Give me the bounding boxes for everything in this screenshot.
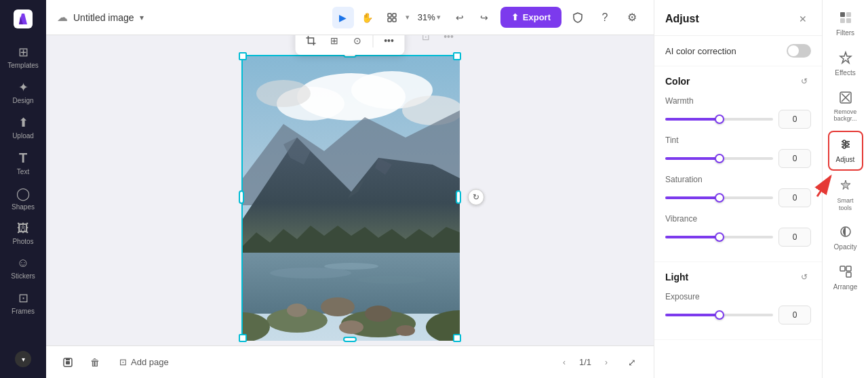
saturation-slider-row: Saturation 0 bbox=[665, 175, 811, 207]
tint-control: 0 bbox=[665, 149, 811, 168]
saturation-track[interactable] bbox=[665, 196, 773, 199]
light-reset-button[interactable]: ↺ bbox=[797, 270, 811, 284]
sidebar-item-photos[interactable]: 🖼 Photos bbox=[5, 217, 41, 249]
vibrance-control: 0 bbox=[665, 228, 811, 247]
crop-button[interactable] bbox=[301, 35, 321, 51]
warmth-value[interactable]: 0 bbox=[778, 110, 811, 129]
color-reset-button[interactable]: ↺ bbox=[797, 75, 811, 88]
zoom-level: 31% bbox=[418, 12, 435, 22]
save-to-drive-button[interactable] bbox=[57, 352, 79, 373]
color-section: Color ↺ Warmth 0 Tint bbox=[654, 66, 822, 262]
exposure-track[interactable] bbox=[665, 314, 773, 316]
shapes-icon: ◯ bbox=[16, 186, 30, 201]
opacity-panel-button[interactable]: Opacity bbox=[828, 219, 863, 257]
select-tool-button[interactable]: ▶ bbox=[332, 7, 354, 28]
svg-point-41 bbox=[843, 140, 846, 143]
handle-middle-left[interactable] bbox=[239, 190, 244, 204]
arrange-icon bbox=[839, 265, 852, 281]
exposure-label: Exposure bbox=[665, 292, 811, 301]
selected-image[interactable]: ↻ bbox=[241, 55, 458, 339]
handle-bottom-right[interactable] bbox=[453, 334, 461, 342]
sidebar-item-photos-label: Photos bbox=[12, 238, 33, 245]
vibrance-track[interactable] bbox=[665, 236, 773, 238]
smart-tools-icon bbox=[839, 179, 852, 195]
page-navigation: ‹ 1/1 › bbox=[555, 353, 616, 372]
light-section: Light ↺ Exposure 0 bbox=[654, 262, 822, 340]
effects-panel-button[interactable]: Effects bbox=[828, 45, 863, 83]
sidebar-item-upload[interactable]: ⬆ Upload bbox=[5, 111, 41, 144]
adjust-header: Adjust ✕ bbox=[654, 0, 822, 36]
handle-middle-right[interactable] bbox=[456, 190, 461, 204]
sidebar-collapse-button[interactable]: ▾ bbox=[15, 351, 31, 367]
vibrance-slider-row: Vibrance 0 bbox=[665, 214, 811, 247]
right-icons-panel: Filters Effects Remove backgr... bbox=[822, 0, 868, 378]
grid-button[interactable]: ⊞ bbox=[324, 35, 344, 51]
exposure-value[interactable]: 0 bbox=[778, 306, 811, 324]
adjust-close-button[interactable]: ✕ bbox=[795, 11, 811, 27]
sidebar-item-stickers-label: Stickers bbox=[11, 272, 35, 280]
add-page-button[interactable]: ⊡ Add page bbox=[111, 353, 177, 371]
toolbar-left: ☁ Untitled image ▾ bbox=[57, 11, 327, 24]
canvas-area[interactable]: Page 1 ⊞ ⊙ ••• ⊡ ••• bbox=[46, 35, 654, 345]
handle-top-left[interactable] bbox=[239, 52, 247, 60]
tint-slider-row: Tint 0 bbox=[665, 135, 811, 168]
handle-bottom-left[interactable] bbox=[239, 334, 247, 342]
sidebar-item-templates[interactable]: ⊞ Templates bbox=[5, 41, 41, 73]
svg-rect-36 bbox=[846, 18, 851, 23]
expand-button[interactable]: ⤢ bbox=[621, 352, 643, 373]
frame-tool-button[interactable] bbox=[381, 7, 403, 28]
more-options-button[interactable]: ••• bbox=[379, 35, 399, 51]
zoom-control[interactable]: 31% ▾ bbox=[412, 9, 446, 25]
saturation-control: 0 bbox=[665, 188, 811, 207]
handle-top-right[interactable] bbox=[453, 52, 461, 60]
tint-track[interactable] bbox=[665, 157, 773, 160]
add-page-label: Add page bbox=[131, 357, 169, 367]
undo-button[interactable]: ↩ bbox=[449, 7, 471, 28]
sidebar-item-stickers[interactable]: ☺ Stickers bbox=[5, 252, 41, 284]
saturation-value[interactable]: 0 bbox=[778, 188, 811, 207]
copy-button[interactable]: ⊙ bbox=[347, 35, 368, 51]
floating-toolbar: ⊞ ⊙ ••• ⊡ ••• bbox=[296, 35, 405, 55]
delete-button[interactable]: 🗑 bbox=[84, 352, 106, 373]
sidebar-item-design[interactable]: ✦ Design bbox=[5, 76, 41, 108]
help-icon-button[interactable]: ? bbox=[594, 7, 616, 28]
opacity-label: Opacity bbox=[834, 243, 857, 251]
handle-bottom-middle[interactable] bbox=[343, 337, 357, 342]
shield-icon-button[interactable] bbox=[567, 7, 589, 28]
logo-button[interactable] bbox=[9, 5, 37, 33]
sidebar-item-text[interactable]: T Text bbox=[5, 146, 41, 180]
adjust-panel-button[interactable]: Adjust bbox=[828, 131, 863, 171]
svg-rect-4 bbox=[393, 18, 396, 22]
remove-bg-panel-button[interactable]: Remove backgr... bbox=[828, 85, 863, 128]
tint-value[interactable]: 0 bbox=[778, 149, 811, 168]
file-menu-chevron[interactable]: ▾ bbox=[140, 13, 144, 22]
page-indicator: 1/1 bbox=[579, 357, 591, 367]
toolbar-divider bbox=[373, 35, 374, 47]
adjust-panel: Adjust ✕ AI color correction Color ↺ War… bbox=[654, 0, 822, 378]
warmth-track[interactable] bbox=[665, 118, 773, 121]
smart-tools-panel-button[interactable]: Smart tools bbox=[828, 173, 863, 217]
arrange-panel-button[interactable]: Arrange bbox=[828, 259, 863, 297]
sidebar-item-frames[interactable]: ⊡ Frames bbox=[5, 287, 41, 319]
next-page-button[interactable]: › bbox=[597, 353, 616, 372]
hand-tool-button[interactable]: ✋ bbox=[357, 7, 378, 28]
settings-icon-button[interactable]: ⚙ bbox=[621, 7, 643, 28]
warmth-slider-row: Warmth 0 bbox=[665, 96, 811, 129]
frame-tool-chevron[interactable]: ▾ bbox=[406, 13, 410, 22]
filters-label: Filters bbox=[836, 29, 854, 37]
effects-label: Effects bbox=[835, 69, 855, 77]
sidebar-item-shapes[interactable]: ◯ Shapes bbox=[5, 182, 41, 215]
ai-correction-toggle[interactable] bbox=[787, 44, 811, 58]
stickers-icon: ☺ bbox=[17, 256, 29, 270]
rotate-handle[interactable]: ↻ bbox=[468, 189, 484, 205]
exposure-slider-row: Exposure 0 bbox=[665, 292, 811, 324]
ai-correction-row: AI color correction bbox=[665, 44, 811, 58]
warmth-label: Warmth bbox=[665, 96, 811, 106]
redo-button[interactable]: ↪ bbox=[473, 7, 495, 28]
light-section-title: Light bbox=[665, 272, 688, 282]
vibrance-value[interactable]: 0 bbox=[778, 228, 811, 247]
filters-panel-button[interactable]: Filters bbox=[828, 5, 863, 43]
export-button[interactable]: ⬆ Export bbox=[500, 7, 561, 28]
prev-page-button[interactable]: ‹ bbox=[555, 353, 574, 372]
bottom-toolbar-center: ‹ 1/1 › bbox=[555, 353, 616, 372]
